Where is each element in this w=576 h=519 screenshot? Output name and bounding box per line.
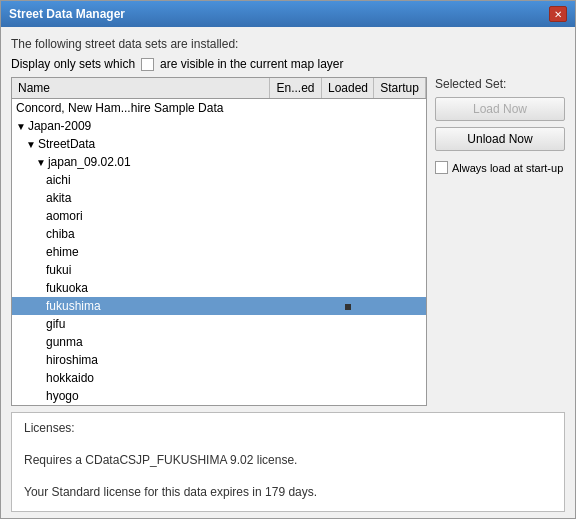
always-load-checkbox[interactable] (435, 161, 448, 174)
item-label: gifu (12, 317, 270, 331)
item-label: akita (12, 191, 270, 205)
display-only-label: Display only sets which (11, 57, 135, 71)
item-label: chiba (12, 227, 270, 241)
list-item[interactable]: ▼japan_09.02.01 (12, 153, 426, 171)
license-area: Licenses: Requires a CDataCSJP_FUKUSHIMA… (11, 412, 565, 512)
list-item[interactable]: fukui (12, 261, 426, 279)
visible-layer-label: are visible in the current map layer (160, 57, 343, 71)
list-item[interactable]: aichi (12, 171, 426, 189)
always-load-row: Always load at start-up (435, 161, 565, 174)
visible-layer-checkbox[interactable] (141, 58, 154, 71)
main-area: Name En...ed Loaded Startup Concord, New… (11, 77, 565, 406)
tree-arrow-icon: ▼ (36, 157, 46, 168)
item-label: Concord, New Ham...hire Sample Data (12, 101, 270, 115)
list-item[interactable]: aomori (12, 207, 426, 225)
always-load-label: Always load at start-up (452, 162, 563, 174)
header-enabled: En...ed (270, 78, 322, 98)
list-item[interactable]: gunma (12, 333, 426, 351)
header-name: Name (12, 78, 270, 98)
list-header: Name En...ed Loaded Startup (12, 78, 426, 99)
list-item[interactable]: gifu (12, 315, 426, 333)
item-label: ▼japan_09.02.01 (12, 155, 270, 169)
list-item[interactable]: hyogo (12, 387, 426, 405)
tree-arrow-icon: ▼ (16, 121, 26, 132)
street-data-manager-window: Street Data Manager ✕ The following stre… (0, 0, 576, 519)
list-item[interactable]: chiba (12, 225, 426, 243)
window-content: The following street data sets are insta… (1, 27, 575, 519)
item-label: fukui (12, 263, 270, 277)
item-label: gunma (12, 335, 270, 349)
header-loaded: Loaded (322, 78, 374, 98)
license-line2: Your Standard license for this data expi… (24, 485, 552, 499)
item-label: ehime (12, 245, 270, 259)
item-label: hokkaido (12, 371, 270, 385)
item-label: fukushima (12, 299, 270, 313)
item-label: ▼Japan-2009 (12, 119, 270, 133)
list-item[interactable]: fukuoka (12, 279, 426, 297)
display-filter-row: Display only sets which are visible in t… (11, 57, 565, 71)
installed-text: The following street data sets are insta… (11, 37, 565, 51)
license-line1: Requires a CDataCSJP_FUKUSHIMA 9.02 lice… (24, 453, 552, 467)
loaded-dot-icon (345, 304, 351, 310)
selected-set-label: Selected Set: (435, 77, 565, 91)
header-startup: Startup (374, 78, 426, 98)
list-item[interactable]: ▼Japan-2009 (12, 117, 426, 135)
list-body[interactable]: Concord, New Ham...hire Sample Data ▼Jap… (12, 99, 426, 405)
license-header: Licenses: (24, 421, 552, 435)
close-window-button[interactable]: ✕ (549, 6, 567, 22)
unload-now-button[interactable]: Unload Now (435, 127, 565, 151)
item-label: aichi (12, 173, 270, 187)
item-loaded (322, 299, 374, 313)
title-bar: Street Data Manager ✕ (1, 1, 575, 27)
list-item[interactable]: ▼StreetData (12, 135, 426, 153)
item-label: aomori (12, 209, 270, 223)
list-item[interactable]: hokkaido (12, 369, 426, 387)
tree-arrow-icon: ▼ (26, 139, 36, 150)
item-label: ▼StreetData (12, 137, 270, 151)
item-label: hiroshima (12, 353, 270, 367)
item-label: hyogo (12, 389, 270, 403)
load-now-button[interactable]: Load Now (435, 97, 565, 121)
list-item-fukushima[interactable]: fukushima (12, 297, 426, 315)
list-item[interactable]: ehime (12, 243, 426, 261)
list-item[interactable]: akita (12, 189, 426, 207)
window-title: Street Data Manager (9, 7, 125, 21)
data-list-panel: Name En...ed Loaded Startup Concord, New… (11, 77, 427, 406)
side-panel: Selected Set: Load Now Unload Now Always… (435, 77, 565, 406)
list-item[interactable]: hiroshima (12, 351, 426, 369)
list-item[interactable]: Concord, New Ham...hire Sample Data (12, 99, 426, 117)
item-label: fukuoka (12, 281, 270, 295)
